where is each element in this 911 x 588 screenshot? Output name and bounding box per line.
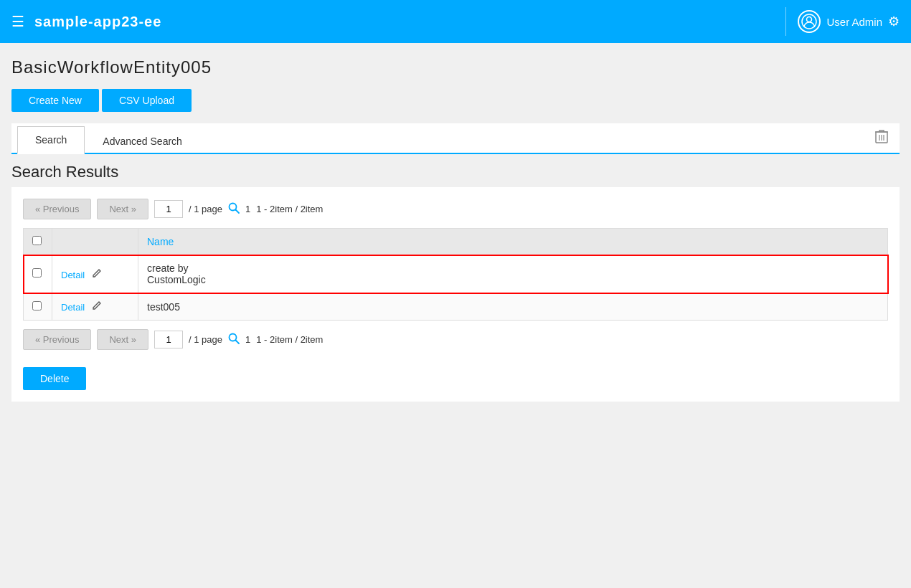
pagination-bottom: « Previous Next » / 1 page 1 1 - 2item /… [23,329,888,350]
page-range-info-bottom: 1 - 2item / 2item [256,334,323,345]
svg-line-10 [236,340,240,343]
row1-action-cell: Detail [52,255,138,293]
header-name-col: Name [138,229,888,255]
header-action-col [52,229,138,255]
page-input-bottom[interactable] [154,331,183,348]
table-header-row: Name [24,229,888,255]
page-search-icon-top[interactable] [228,202,240,217]
app-header: ☰ sample-app23-ee User Admin ⚙ [0,0,911,43]
tab-advanced-search[interactable]: Advanced Search [85,128,200,154]
page-range-start-bottom: 1 [245,334,250,345]
next-button-top[interactable]: Next » [97,199,148,219]
search-tabs: Search Advanced Search [11,123,900,154]
app-title: sample-app23-ee [34,14,785,30]
row2-action-cell: Detail [52,293,138,321]
create-new-button[interactable]: Create New [11,89,99,112]
csv-upload-button[interactable]: CSV Upload [102,89,192,112]
pagination-top: « Previous Next » / 1 page 1 1 - 2item /… [23,199,888,219]
search-results-content: « Previous Next » / 1 page 1 1 - 2item /… [11,187,900,402]
page-total-bottom: / 1 page [189,334,222,345]
user-info: User Admin ⚙ [798,10,900,33]
row2-checkbox-cell [24,293,52,321]
row1-detail-link[interactable]: Detail [61,270,85,280]
settings-icon[interactable]: ⚙ [888,14,900,29]
row2-name-cell: test005 [138,293,888,321]
search-results-title: Search Results [11,163,900,181]
header-checkbox-col [24,229,52,255]
action-buttons-bar: Create New CSV Upload [11,89,900,112]
row2-detail-link[interactable]: Detail [61,302,85,313]
results-table: Name Detail [23,228,888,321]
page-range-start-top: 1 [245,204,250,214]
page-total-top: / 1 page [189,204,222,214]
previous-button-top[interactable]: « Previous [23,199,91,219]
table-row: Detail create byCustomLogic [24,255,888,293]
row2-checkbox[interactable] [32,301,42,310]
select-all-checkbox[interactable] [32,236,42,245]
row1-edit-icon[interactable] [92,269,102,280]
delete-button[interactable]: Delete [23,367,86,390]
trash-icon[interactable] [869,123,894,153]
page-range-info-top: 1 - 2item / 2item [256,204,323,214]
next-button-bottom[interactable]: Next » [97,329,148,350]
header-divider [785,7,786,36]
row1-name-cell: create byCustomLogic [138,255,888,293]
table-row: Detail test005 [24,293,888,321]
row1-checkbox[interactable] [32,268,42,278]
row1-checkbox-cell [24,255,52,293]
svg-point-1 [807,17,812,22]
menu-icon[interactable]: ☰ [11,13,24,30]
svg-line-8 [236,209,240,213]
main-section: BasicWorkflowEntity005 Create New CSV Up… [0,43,911,427]
page-search-icon-bottom[interactable] [228,333,240,347]
previous-button-bottom[interactable]: « Previous [23,329,91,350]
row2-edit-icon[interactable] [92,301,102,313]
user-avatar-icon [798,10,821,33]
page-title: BasicWorkflowEntity005 [11,57,900,77]
user-name-label: User Admin [826,16,882,28]
tab-search[interactable]: Search [17,126,85,154]
page-input-top[interactable] [154,200,183,218]
